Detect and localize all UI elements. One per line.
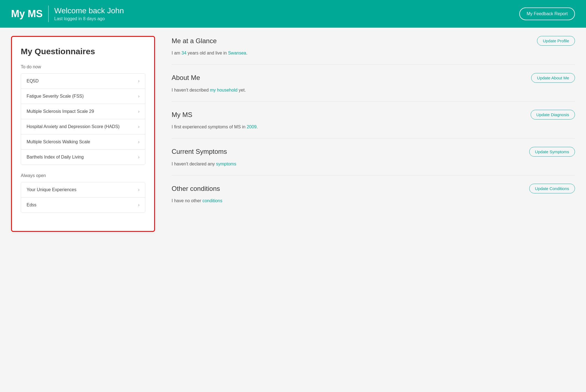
questionnaire-label: Fatigue Severity Scale (FSS) [27,94,84,99]
header-divider [48,6,49,22]
chevron-right-icon: › [138,203,140,207]
todo-list-item[interactable]: Multiple Sclerosis Walking Scale› [21,134,145,150]
about-text: I haven't described my household yet. [172,87,575,94]
ms-year: 2009 [247,124,257,129]
always-open-list-item[interactable]: Edss› [21,198,145,212]
glance-age[interactable]: 34 [182,51,187,55]
questionnaire-label: Barthels Index of Daily Living [27,155,84,160]
questionnaire-label: Hospital Anxiety and Depression Score (H… [27,124,120,129]
ms-section: My MS Update Diagnosis I first experienc… [172,110,575,139]
ms-text-pre: I first experienced symptoms of MS in [172,124,247,129]
questionnaire-label: Multiple Sclerosis Walking Scale [27,139,90,144]
about-title: About Me [172,74,200,82]
questionnaires-title: My Questionnaires [21,47,145,56]
welcome-message: Welcome back John [54,6,124,15]
update-profile-button[interactable]: Update Profile [537,36,575,46]
symptoms-text-pre: I haven't declared any [172,162,216,166]
feedback-report-button[interactable]: My Feedback Report [519,7,575,20]
glance-text-pre: I am [172,51,182,55]
header-welcome: Welcome back John Last logged in 8 days … [54,6,124,21]
about-section: About Me Update About Me I haven't descr… [172,73,575,102]
symptoms-link[interactable]: symptoms [216,162,236,166]
todo-list: EQ5D›Fatigue Severity Scale (FSS)›Multip… [21,73,145,165]
update-diagnosis-button[interactable]: Update Diagnosis [531,110,575,120]
conditions-text-pre: I have no other [172,198,202,203]
update-about-button[interactable]: Update About Me [531,73,575,83]
main-content: My Questionnaires To do now EQ5D›Fatigue… [0,28,586,240]
right-column: Me at a Glance Update Profile I am 34 ye… [172,36,575,232]
update-conditions-button[interactable]: Update Conditions [529,184,575,193]
questionnaire-label: EQ5D [27,79,39,84]
conditions-section: Other conditions Update Conditions I hav… [172,184,575,212]
last-logged: Last logged in 8 days ago [54,16,124,21]
ms-text: I first experienced symptoms of MS in 20… [172,123,575,131]
left-column: My Questionnaires To do now EQ5D›Fatigue… [11,36,155,232]
app-logo: My MS [11,8,43,20]
chevron-right-icon: › [138,79,140,84]
about-text-pre: I haven't described [172,88,210,92]
symptoms-section: Current Symptoms Update Symptoms I haven… [172,147,575,176]
questionnaire-label: Your Unique Experiences [27,187,76,192]
todo-list-item[interactable]: EQ5D› [21,74,145,89]
glance-section: Me at a Glance Update Profile I am 34 ye… [172,36,575,65]
header: My MS Welcome back John Last logged in 8… [0,0,586,28]
symptoms-title: Current Symptoms [172,148,227,155]
todo-list-item[interactable]: Barthels Index of Daily Living› [21,150,145,165]
todo-list-item[interactable]: Hospital Anxiety and Depression Score (H… [21,119,145,134]
conditions-title: Other conditions [172,185,220,193]
always-open-list-item[interactable]: Your Unique Experiences› [21,182,145,198]
chevron-right-icon: › [138,124,140,129]
glance-text-post: . [246,51,247,55]
chevron-right-icon: › [138,109,140,114]
glance-text-mid: years old and live in [186,51,228,55]
always-open-label: Always open [21,173,145,178]
always-open-list: Your Unique Experiences›Edss› [21,182,145,213]
about-text-post: yet. [238,88,246,92]
conditions-header: Other conditions Update Conditions [172,184,575,193]
chevron-right-icon: › [138,155,140,160]
chevron-right-icon: › [138,187,140,192]
symptoms-text: I haven't declared any symptoms [172,160,575,168]
conditions-text: I have no other conditions [172,197,575,204]
header-left: My MS Welcome back John Last logged in 8… [11,6,124,22]
questionnaire-label: Multiple Sclerosis Impact Scale 29 [27,109,94,114]
update-symptoms-button[interactable]: Update Symptoms [529,147,575,157]
symptoms-header: Current Symptoms Update Symptoms [172,147,575,157]
questionnaires-card: My Questionnaires To do now EQ5D›Fatigue… [11,36,155,232]
glance-title: Me at a Glance [172,37,217,45]
chevron-right-icon: › [138,94,140,99]
todo-label: To do now [21,64,145,69]
about-header: About Me Update About Me [172,73,575,83]
todo-list-item[interactable]: Fatigue Severity Scale (FSS)› [21,89,145,104]
chevron-right-icon: › [138,139,140,144]
ms-title: My MS [172,111,192,119]
todo-list-item[interactable]: Multiple Sclerosis Impact Scale 29› [21,104,145,119]
conditions-link[interactable]: conditions [202,198,222,203]
glance-text: I am 34 years old and live in Swansea. [172,50,575,57]
questionnaire-label: Edss [27,203,37,207]
ms-header: My MS Update Diagnosis [172,110,575,120]
household-link[interactable]: my household [210,88,238,92]
glance-header: Me at a Glance Update Profile [172,36,575,46]
glance-location[interactable]: Swansea [228,51,246,55]
ms-text-post: . [257,124,258,129]
